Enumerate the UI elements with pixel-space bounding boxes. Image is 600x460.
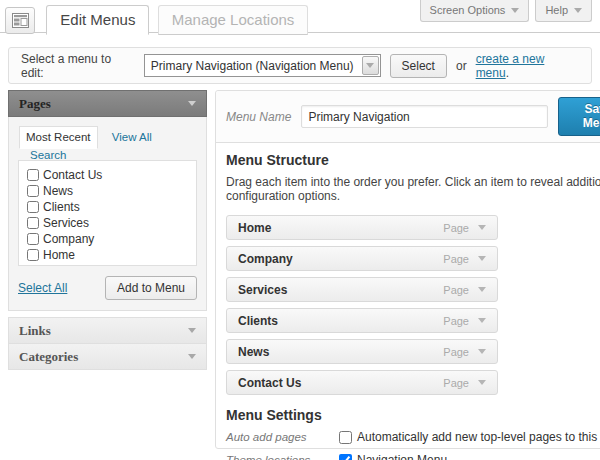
page-checkbox[interactable] xyxy=(27,217,39,229)
item-expand-icon[interactable] xyxy=(478,225,486,230)
screen-meta: Screen Options Help xyxy=(420,0,592,22)
save-menu-button-top[interactable]: Save Menu xyxy=(558,97,600,136)
tab-manage-locations[interactable]: Manage Locations xyxy=(158,5,309,35)
auto-add-pages-label: Auto add pages xyxy=(226,430,339,444)
screen-options-label: Screen Options xyxy=(430,4,506,16)
menu-item-services[interactable]: Services Page xyxy=(226,277,498,302)
categories-panel-header[interactable]: Categories xyxy=(8,343,207,370)
pages-checklist: Contact Us News Clients Services Company xyxy=(18,160,197,266)
chevron-down-icon xyxy=(511,8,519,13)
chevron-down-icon xyxy=(188,101,196,106)
period-text: . xyxy=(506,66,509,80)
chevron-down-icon xyxy=(188,354,196,359)
menu-editor-box: Menu Name Save Menu Menu Structure Drag … xyxy=(215,90,600,449)
page-checkbox-item[interactable]: Services xyxy=(27,216,188,230)
item-expand-icon[interactable] xyxy=(478,380,486,385)
tab-search[interactable]: Search xyxy=(30,149,66,161)
page-checkbox[interactable] xyxy=(27,201,39,213)
pages-panel-body: Most Recent View All Search Contact Us N… xyxy=(8,117,207,311)
theme-locations-row: Theme locations Navigation Menu xyxy=(226,453,600,460)
auto-add-pages-option[interactable]: Automatically add new top-level pages to… xyxy=(339,430,600,444)
menu-editor-header: Menu Name Save Menu xyxy=(216,91,600,143)
select-all-link[interactable]: Select All xyxy=(18,281,67,295)
menu-editor-column: Menu Name Save Menu Menu Structure Drag … xyxy=(215,90,600,449)
menu-item-news[interactable]: News Page xyxy=(226,339,498,364)
add-to-menu-button[interactable]: Add to Menu xyxy=(105,276,197,300)
select-menu-button[interactable]: Select xyxy=(390,54,447,78)
links-panel-header[interactable]: Links xyxy=(8,317,207,344)
menu-dropdown-value: Primary Navigation (Navigation Menu) xyxy=(145,59,362,73)
categories-panel-title: Categories xyxy=(19,349,78,365)
tab-most-recent[interactable]: Most Recent xyxy=(19,126,98,149)
theme-location-checkbox[interactable] xyxy=(339,454,352,460)
item-expand-icon[interactable] xyxy=(478,256,486,261)
menus-screen-icon xyxy=(5,7,35,34)
page-checkbox-item[interactable]: Home xyxy=(27,248,188,262)
menu-structure-title: Menu Structure xyxy=(226,152,600,168)
page-checkbox[interactable] xyxy=(27,233,39,245)
page-checkbox-item[interactable]: News xyxy=(27,184,188,198)
help-button[interactable]: Help xyxy=(535,0,592,22)
menu-select-bar: Select a menu to edit: Primary Navigatio… xyxy=(8,47,592,84)
menu-item-clients[interactable]: Clients Page xyxy=(226,308,498,333)
page-checkbox-item[interactable]: Contact Us xyxy=(27,168,188,182)
tab-edit-menus[interactable]: Edit Menus xyxy=(46,5,149,35)
page-checkbox[interactable] xyxy=(27,249,39,261)
page-checkbox[interactable] xyxy=(27,185,39,197)
page-checkbox[interactable] xyxy=(27,169,39,181)
pages-panel-tabs: Most Recent View All Search xyxy=(18,126,197,161)
menu-item-home[interactable]: Home Page xyxy=(226,215,498,240)
item-expand-icon[interactable] xyxy=(478,287,486,292)
menu-structure-description: Drag each item into the order you prefer… xyxy=(226,175,600,203)
page-checkbox-item[interactable]: Company xyxy=(27,232,188,246)
theme-locations-option[interactable]: Navigation Menu xyxy=(339,453,447,460)
tab-view-all[interactable]: View All xyxy=(112,131,152,143)
menu-item-contact-us[interactable]: Contact Us Page xyxy=(226,370,498,395)
item-expand-icon[interactable] xyxy=(478,349,486,354)
admin-tab-bar: Edit Menus Manage Locations Screen Optio… xyxy=(0,0,600,33)
columns: Pages Most Recent View All Search Contac… xyxy=(8,90,592,449)
chevron-down-icon xyxy=(574,8,582,13)
theme-locations-label: Theme locations xyxy=(226,453,339,460)
chevron-down-icon xyxy=(188,328,196,333)
menu-editor-body: Menu Structure Drag each item into the o… xyxy=(216,143,600,460)
dropdown-arrow-icon xyxy=(362,56,379,75)
item-expand-icon[interactable] xyxy=(478,318,486,323)
menu-item-company[interactable]: Company Page xyxy=(226,246,498,271)
auto-add-pages-checkbox[interactable] xyxy=(339,431,352,444)
menu-settings-title: Menu Settings xyxy=(226,407,600,423)
auto-add-pages-row: Auto add pages Automatically add new top… xyxy=(226,430,600,444)
menu-items-sidebar: Pages Most Recent View All Search Contac… xyxy=(8,90,207,370)
pages-panel-header[interactable]: Pages xyxy=(8,90,207,117)
pages-panel-actions: Select All Add to Menu xyxy=(18,276,197,300)
pages-panel-title: Pages xyxy=(19,96,51,112)
select-menu-label: Select a menu to edit: xyxy=(21,52,135,80)
or-text: or xyxy=(456,59,467,73)
screen-options-button[interactable]: Screen Options xyxy=(420,0,530,22)
menu-name-label: Menu Name xyxy=(226,110,291,124)
links-panel-title: Links xyxy=(19,323,51,339)
create-new-menu-link[interactable]: create a new menu xyxy=(476,52,545,80)
menu-dropdown[interactable]: Primary Navigation (Navigation Menu) xyxy=(144,54,381,77)
help-label: Help xyxy=(545,4,568,16)
page-checkbox-item[interactable]: Clients xyxy=(27,200,188,214)
menu-name-input[interactable] xyxy=(301,105,548,128)
